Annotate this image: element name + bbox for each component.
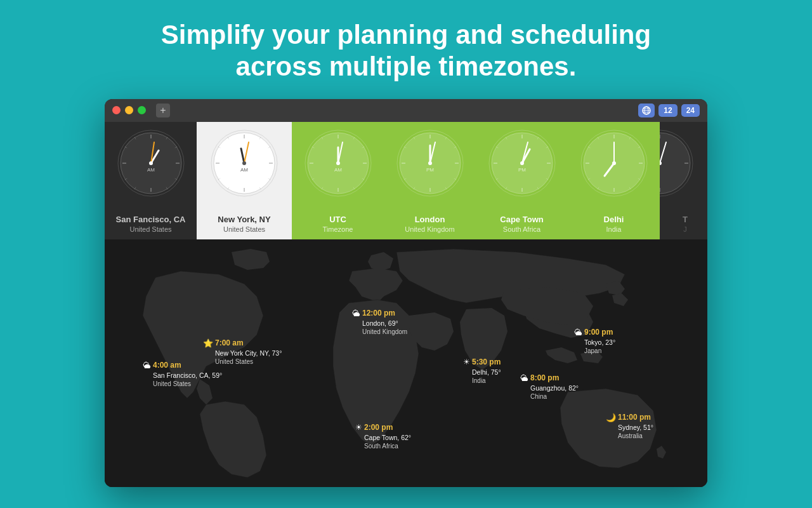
- clock-face-new-york: AM: [209, 128, 279, 198]
- map-pin-cape-town: ☀ 2:00 pm Cape Town, 62° South Africa: [355, 422, 411, 451]
- clock-san-francisco[interactable]: AM San Fancisco, CA United States: [105, 122, 197, 239]
- svg-text:AM: AM: [240, 167, 248, 173]
- clock-label-tokyo-partial: T J: [683, 215, 688, 234]
- 12h-button[interactable]: 12: [658, 104, 677, 117]
- map-pin-london: 🌥 12:00 pm London, 69° United Kingdom: [352, 308, 407, 337]
- svg-point-40: [242, 161, 246, 165]
- clock-label-new-york: New York, NY United States: [218, 215, 270, 234]
- clock-utc[interactable]: AM UTC Timezone: [292, 122, 384, 239]
- add-timezone-button[interactable]: +: [156, 104, 170, 117]
- app-window: + 12 24: [105, 99, 707, 487]
- clocks-row: AM San Fancisco, CA United States: [105, 122, 707, 239]
- clock-face-tokyo-partial: [660, 128, 698, 198]
- clock-face-delhi: [579, 128, 649, 198]
- svg-text:PM: PM: [518, 167, 526, 173]
- clock-label-delhi: Delhi India: [604, 215, 624, 234]
- green-zone: AM UTC Timezone: [292, 122, 660, 239]
- clock-label-utc: UTC Timezone: [323, 215, 353, 234]
- clock-face-london: PM: [395, 128, 465, 198]
- 24h-button[interactable]: 24: [681, 104, 700, 117]
- svg-text:PM: PM: [426, 167, 434, 173]
- minimize-button[interactable]: [125, 106, 133, 114]
- map-pin-guangzhou: 🌥 8:00 pm Guangzhou, 82° China: [520, 373, 579, 401]
- clock-new-york[interactable]: AM New York, NY United States: [197, 122, 292, 239]
- svg-point-58: [336, 161, 340, 165]
- svg-point-76: [428, 161, 432, 165]
- clock-label-cape-town: Cape Town South Africa: [500, 215, 543, 234]
- svg-point-111: [612, 161, 616, 165]
- clock-delhi[interactable]: Delhi India: [568, 122, 660, 239]
- map-pin-new-york: ⭐ 7:00 am New York City, NY, 73° United …: [203, 338, 282, 366]
- clock-london[interactable]: PM London United Kingdom: [384, 122, 476, 239]
- clock-label-london: London United Kingdom: [405, 215, 454, 234]
- clock-face-san-francisco: AM: [116, 128, 186, 198]
- close-button[interactable]: [112, 106, 121, 114]
- map-section: 🌥 4:00 am San Francisco, CA, 59° United …: [105, 239, 707, 487]
- map-pin-delhi: ☀ 5:30 pm Delhi, 75° India: [463, 357, 501, 385]
- svg-point-22: [149, 161, 153, 165]
- app-header: Simplify your planning and scheduling ac…: [161, 0, 651, 99]
- clock-cape-town[interactable]: PM Cape Town South Africa: [476, 122, 568, 239]
- clock-label-san-francisco: San Fancisco, CA United States: [116, 215, 186, 234]
- title-bar: + 12 24: [105, 99, 707, 122]
- svg-text:AM: AM: [147, 167, 155, 173]
- maximize-button[interactable]: [138, 106, 146, 114]
- clock-tokyo-partial[interactable]: T J: [660, 122, 707, 239]
- header-title: Simplify your planning and scheduling ac…: [161, 19, 651, 83]
- svg-point-94: [520, 161, 524, 165]
- clock-face-cape-town: PM: [487, 128, 557, 198]
- clock-face-utc: AM: [303, 128, 373, 198]
- toolbar-right: 12 24: [638, 104, 700, 117]
- globe-icon[interactable]: [638, 104, 655, 117]
- svg-text:AM: AM: [334, 167, 342, 173]
- traffic-lights: [112, 106, 146, 114]
- map-pin-sydney: 🌙 11:00 pm Sydney, 51° Australia: [606, 412, 653, 441]
- map-pin-tokyo: 🌥 9:00 pm Tokyo, 23° Japan: [574, 327, 615, 356]
